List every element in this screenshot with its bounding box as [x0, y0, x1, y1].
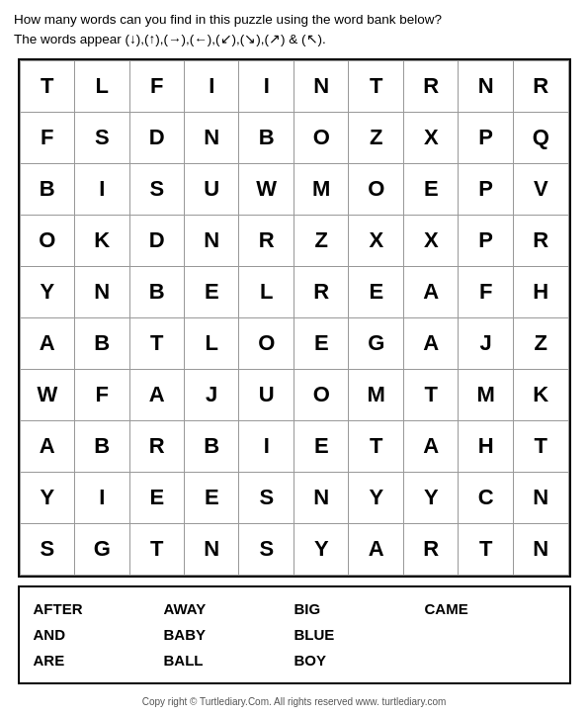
- word-bank-word: BIG: [294, 597, 425, 621]
- grid-cell: X: [403, 215, 458, 266]
- grid-cell: X: [349, 215, 404, 266]
- grid-cell: N: [459, 60, 514, 112]
- grid-cell: S: [20, 523, 75, 575]
- grid-row: SGTNSYARTN: [20, 523, 568, 575]
- grid-cell: R: [513, 215, 568, 266]
- grid-cell: Y: [403, 472, 458, 523]
- grid-cell: N: [184, 215, 238, 266]
- grid-cell: B: [129, 266, 184, 317]
- grid-cell: N: [75, 266, 129, 317]
- grid-cell: K: [75, 215, 129, 266]
- grid-cell: P: [459, 215, 514, 266]
- grid-cell: R: [403, 60, 458, 112]
- grid-cell: S: [239, 472, 294, 523]
- grid-cell: E: [184, 472, 238, 523]
- grid-cell: A: [403, 266, 458, 317]
- grid-cell: M: [294, 163, 349, 215]
- grid-cell: E: [294, 420, 349, 472]
- grid-cell: T: [459, 523, 514, 575]
- grid-cell: J: [459, 317, 514, 369]
- grid-cell: E: [403, 163, 458, 215]
- grid-cell: L: [239, 266, 294, 317]
- grid-cell: B: [75, 420, 129, 472]
- word-bank-word: BLUE: [294, 623, 425, 647]
- grid-cell: T: [129, 523, 184, 575]
- instruction-line1: How many words can you find in this puzz…: [14, 12, 442, 27]
- grid-cell: C: [459, 472, 514, 523]
- grid-cell: E: [184, 266, 238, 317]
- grid-cell: M: [459, 369, 514, 420]
- grid-row: OKDNRZXXPR: [20, 215, 568, 266]
- footer: Copy right © Turtlediary.Com. All rights…: [14, 696, 574, 707]
- grid-cell: R: [403, 523, 458, 575]
- grid-cell: J: [184, 369, 238, 420]
- grid-cell: A: [20, 317, 75, 369]
- word-search-grid-container: TLFIINTRNRFSDNBOZXPQBISUWMOEPVOKDNRZXXPR…: [18, 58, 571, 578]
- grid-cell: T: [349, 60, 404, 112]
- grid-cell: Y: [20, 472, 75, 523]
- word-bank-word: ARE: [34, 649, 164, 672]
- grid-cell: I: [239, 60, 294, 112]
- grid-cell: N: [294, 60, 349, 112]
- grid-cell: P: [459, 112, 514, 163]
- word-search-grid: TLFIINTRNRFSDNBOZXPQBISUWMOEPVOKDNRZXXPR…: [20, 60, 569, 576]
- grid-cell: B: [75, 317, 129, 369]
- grid-cell: T: [403, 369, 458, 420]
- grid-row: YNBELREAFH: [20, 266, 568, 317]
- grid-cell: F: [75, 369, 129, 420]
- grid-cell: B: [184, 420, 238, 472]
- grid-cell: R: [294, 266, 349, 317]
- grid-cell: N: [184, 112, 238, 163]
- grid-cell: R: [239, 215, 294, 266]
- grid-cell: Z: [349, 112, 404, 163]
- grid-cell: M: [349, 369, 404, 420]
- grid-cell: H: [459, 420, 514, 472]
- word-bank-word: BOY: [294, 649, 425, 672]
- grid-cell: A: [20, 420, 75, 472]
- grid-row: WFAJUOMTMK: [20, 369, 568, 420]
- grid-cell: L: [184, 317, 238, 369]
- grid-cell: P: [459, 163, 514, 215]
- grid-cell: R: [129, 420, 184, 472]
- word-bank-word: AWAY: [164, 597, 294, 621]
- grid-row: ABTLOEGAJZ: [20, 317, 568, 369]
- word-bank-word: BALL: [164, 649, 294, 672]
- grid-cell: N: [513, 472, 568, 523]
- grid-cell: A: [403, 317, 458, 369]
- grid-cell: U: [239, 369, 294, 420]
- grid-cell: I: [75, 472, 129, 523]
- grid-cell: O: [239, 317, 294, 369]
- grid-row: ABRBIETAHT: [20, 420, 568, 472]
- grid-cell: E: [349, 266, 404, 317]
- word-bank-grid: AFTERAWAYBIGCAMEANDBABYBLUEAREBALLBOY: [34, 597, 555, 672]
- grid-cell: N: [294, 472, 349, 523]
- grid-cell: E: [294, 317, 349, 369]
- word-bank-word: AND: [34, 623, 164, 647]
- grid-cell: S: [129, 163, 184, 215]
- grid-row: FSDNBOZXPQ: [20, 112, 568, 163]
- grid-cell: W: [20, 369, 75, 420]
- word-bank-word: [425, 649, 555, 672]
- grid-cell: O: [294, 112, 349, 163]
- page: How many words can you find in this puzz…: [0, 0, 588, 717]
- grid-cell: F: [129, 60, 184, 112]
- grid-cell: X: [403, 112, 458, 163]
- grid-cell: O: [349, 163, 404, 215]
- grid-cell: T: [20, 60, 75, 112]
- grid-cell: G: [349, 317, 404, 369]
- grid-cell: H: [513, 266, 568, 317]
- word-bank-word: AFTER: [34, 597, 164, 621]
- grid-cell: N: [184, 523, 238, 575]
- word-bank-word: CAME: [425, 597, 555, 621]
- grid-cell: T: [513, 420, 568, 472]
- grid-cell: A: [129, 369, 184, 420]
- grid-cell: V: [513, 163, 568, 215]
- grid-row: TLFIINTRNR: [20, 60, 568, 112]
- grid-cell: U: [184, 163, 238, 215]
- grid-cell: R: [513, 60, 568, 112]
- grid-cell: W: [239, 163, 294, 215]
- grid-cell: S: [239, 523, 294, 575]
- grid-cell: O: [294, 369, 349, 420]
- word-bank-word: [425, 623, 555, 647]
- grid-cell: D: [129, 112, 184, 163]
